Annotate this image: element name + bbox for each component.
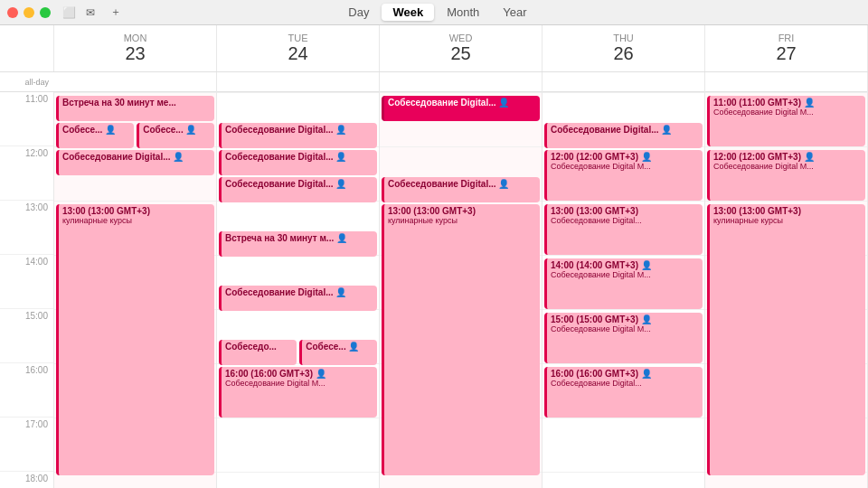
time-1100: 11:00 [0,92,53,146]
header-thu: THU 26 [542,25,705,71]
event-mon-sobes-left[interactable]: Собесе... 👤 [56,123,134,148]
time-1200: 12:00 [0,146,53,201]
traffic-lights [7,7,51,18]
day-col-wed: Собеседование Digital... 👤 Собеседование… [380,92,542,488]
allday-row: all-day [0,72,868,92]
calendar-body: 11:00 12:00 13:00 14:00 15:00 16:00 17:0… [0,92,868,488]
event-thu-sobes-1600[interactable]: 16:00 (16:00 GMT+3) 👤 Собеседование Digi… [544,367,703,418]
time-1300: 13:00 [0,201,53,255]
day-col-tue: Собеседование Digital... 👤 Собеседование… [217,92,380,488]
event-tue-sobes-1430[interactable]: Собеседование Digital... 👤 [219,286,377,311]
calendar-header: MON 23 TUE 24 WED 25 THU 26 FRI 27 [0,25,868,72]
inbox-icon[interactable]: ✉ [83,5,98,20]
event-tue-sobes-1230[interactable]: Собеседование Digital... 👤 [219,177,377,202]
allday-tue [217,72,380,92]
day-columns: Встреча на 30 минут ме... Собесе... 👤 Со… [54,92,868,488]
titlebar-controls: ⬜ ✉ ＋ [61,5,123,20]
allday-thu [542,72,705,92]
add-event-button[interactable]: ＋ [108,5,123,20]
titlebar: ⬜ ✉ ＋ Day Week Month Year [0,0,868,25]
event-tue-sobes-1530-left[interactable]: Собеседо... [219,340,297,365]
time-1500: 15:00 [0,309,53,363]
header-wed: WED 25 [380,25,542,71]
header-mon: MON 23 [54,25,217,71]
day-col-fri: 11:00 (11:00 GMT+3) 👤 Собеседование Digi… [705,92,868,488]
minimize-button[interactable] [24,7,34,18]
event-thu-sobes-1300[interactable]: 13:00 (13:00 GMT+3) Собеседование Digita… [544,204,703,255]
event-tue-sobes-1200[interactable]: Собеседование Digital... 👤 [219,150,377,175]
header-corner [0,25,54,71]
event-fri-sobes-1200[interactable]: 12:00 (12:00 GMT+3) 👤 Собеседование Digi… [707,150,865,201]
event-wed-sobes-1100[interactable]: Собеседование Digital... 👤 [382,96,540,121]
tab-month[interactable]: Month [436,4,490,21]
event-tue-sobes-1530-right[interactable]: Собесе... 👤 [299,340,377,365]
event-fri-sobes-1100[interactable]: 11:00 (11:00 GMT+3) 👤 Собеседование Digi… [707,96,865,146]
day-col-mon: Встреча на 30 минут ме... Собесе... 👤 Со… [54,92,217,488]
time-column: 11:00 12:00 13:00 14:00 15:00 16:00 17:0… [0,92,54,488]
header-tue: TUE 24 [217,25,380,71]
event-mon-sobes-1200[interactable]: Собеседование Digital... 👤 [56,150,214,175]
time-1400: 14:00 [0,255,53,309]
event-mon-meeting-1100[interactable]: Встреча на 30 минут ме... [56,96,214,121]
time-1800: 18:00 [0,472,53,488]
event-mon-sobes-right[interactable]: Собесе... 👤 [137,123,214,148]
maximize-button[interactable] [40,7,51,18]
allday-wed [380,72,542,92]
event-tue-sobes-1600[interactable]: 16:00 (16:00 GMT+3) 👤 Собеседование Digi… [219,367,377,418]
view-tabs: Day Week Month Year [337,4,537,21]
header-fri: FRI 27 [705,25,868,71]
event-thu-sobes-1200[interactable]: 12:00 (12:00 GMT+3) 👤 Собеседование Digi… [544,150,703,201]
tab-day[interactable]: Day [337,4,380,21]
allday-label: all-day [0,72,54,92]
tab-week[interactable]: Week [382,4,434,21]
day-col-thu: Собеседование Digital... 👤 12:00 (12:00 … [542,92,705,488]
event-fri-cooking[interactable]: 13:00 (13:00 GMT+3) кулинарные курсы [707,204,865,475]
event-thu-sobes-1400[interactable]: 14:00 (14:00 GMT+3) 👤 Собеседование Digi… [544,258,703,309]
event-thu-sobes-1130[interactable]: Собеседование Digital... 👤 [544,123,703,148]
time-1600: 16:00 [0,363,53,418]
allday-mon [54,72,217,92]
close-button[interactable] [7,7,18,18]
event-tue-sobes-1130[interactable]: Собеседование Digital... 👤 [219,123,377,148]
tab-year[interactable]: Year [492,4,537,21]
sidebar-toggle-icon[interactable]: ⬜ [61,5,76,20]
event-thu-sobes-1500[interactable]: 15:00 (15:00 GMT+3) 👤 Собеседование Digi… [544,313,703,363]
time-1700: 17:00 [0,418,53,472]
event-tue-meeting-1330[interactable]: Встреча на 30 минут м... 👤 [219,231,377,257]
event-wed-sobes-1230[interactable]: Собеседование Digital... 👤 [382,177,540,202]
allday-fri [705,72,868,92]
event-wed-big[interactable]: 13:00 (13:00 GMT+3) кулинарные курсы [382,204,540,475]
event-mon-big[interactable]: 13:00 (13:00 GMT+3) кулинарные курсы [56,204,214,475]
